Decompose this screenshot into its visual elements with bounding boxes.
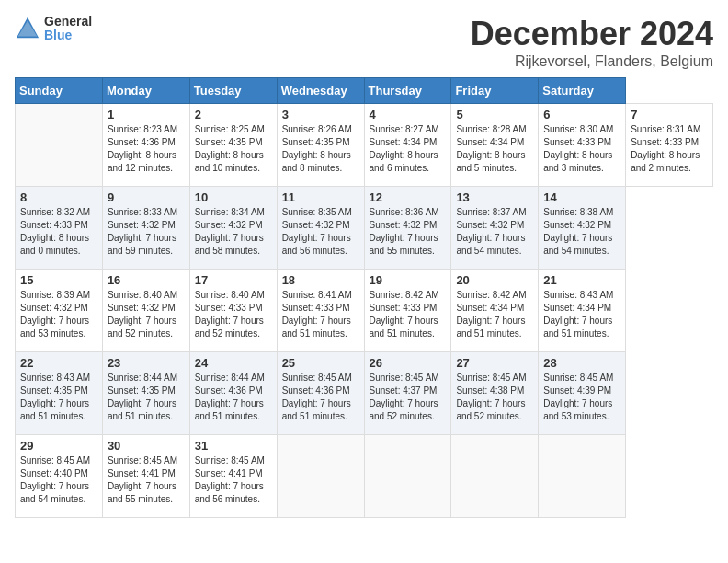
calendar-cell: 12Sunrise: 8:36 AMSunset: 4:32 PMDayligh… (364, 187, 451, 270)
calendar-week-row: 1Sunrise: 8:23 AMSunset: 4:36 PMDaylight… (16, 104, 713, 187)
calendar-week-row: 15Sunrise: 8:39 AMSunset: 4:32 PMDayligh… (16, 270, 713, 352)
day-info: Sunrise: 8:45 AMSunset: 4:39 PMDaylight:… (543, 373, 613, 421)
day-info: Sunrise: 8:44 AMSunset: 4:35 PMDaylight:… (108, 373, 177, 421)
logo-line1: General (44, 15, 92, 29)
calendar-cell: 17Sunrise: 8:40 AMSunset: 4:33 PMDayligh… (189, 270, 277, 352)
day-info: Sunrise: 8:42 AMSunset: 4:34 PMDaylight:… (456, 290, 526, 339)
calendar-cell: 13Sunrise: 8:37 AMSunset: 4:32 PMDayligh… (451, 187, 539, 270)
day-header-sunday: Sunday (16, 78, 103, 104)
calendar-cell: 3Sunrise: 8:26 AMSunset: 4:35 PMDaylight… (277, 104, 364, 187)
day-number: 4 (370, 108, 447, 121)
day-number: 23 (108, 356, 185, 370)
day-info: Sunrise: 8:44 AMSunset: 4:36 PMDaylight:… (195, 373, 265, 421)
calendar-header-row: SundayMondayTuesdayWednesdayThursdayFrid… (16, 78, 713, 104)
calendar-cell: 5Sunrise: 8:28 AMSunset: 4:34 PMDaylight… (451, 104, 539, 187)
day-info: Sunrise: 8:34 AMSunset: 4:32 PMDaylight:… (195, 207, 265, 256)
calendar-cell: 10Sunrise: 8:34 AMSunset: 4:32 PMDayligh… (189, 187, 277, 270)
day-number: 13 (456, 190, 533, 204)
calendar-cell: 22Sunrise: 8:43 AMSunset: 4:35 PMDayligh… (16, 352, 103, 435)
calendar-cell (539, 435, 626, 518)
logo-line2: Blue (44, 29, 92, 42)
day-info: Sunrise: 8:45 AMSunset: 4:37 PMDaylight:… (370, 373, 439, 421)
day-info: Sunrise: 8:39 AMSunset: 4:32 PMDaylight:… (20, 290, 90, 339)
month-title: December 2024 (471, 15, 713, 53)
day-header-saturday: Saturday (539, 78, 626, 104)
day-number: 19 (370, 273, 447, 287)
calendar-week-row: 29Sunrise: 8:45 AMSunset: 4:40 PMDayligh… (16, 435, 713, 518)
svg-marker-1 (18, 21, 38, 37)
day-number: 17 (195, 273, 272, 287)
calendar-cell: 1Sunrise: 8:23 AMSunset: 4:36 PMDaylight… (102, 104, 189, 187)
day-header-monday: Monday (102, 78, 189, 104)
day-info: Sunrise: 8:45 AMSunset: 4:38 PMDaylight:… (456, 373, 526, 421)
day-info: Sunrise: 8:35 AMSunset: 4:32 PMDaylight:… (282, 207, 352, 256)
day-number: 1 (108, 108, 185, 121)
calendar-cell: 24Sunrise: 8:44 AMSunset: 4:36 PMDayligh… (189, 352, 277, 435)
calendar-week-row: 8Sunrise: 8:32 AMSunset: 4:33 PMDaylight… (16, 187, 713, 270)
calendar-table: SundayMondayTuesdayWednesdayThursdayFrid… (15, 77, 713, 518)
day-info: Sunrise: 8:41 AMSunset: 4:33 PMDaylight:… (282, 290, 352, 339)
day-number: 27 (456, 356, 533, 370)
day-info: Sunrise: 8:28 AMSunset: 4:34 PMDaylight:… (456, 124, 526, 173)
day-number: 15 (20, 273, 97, 287)
day-number: 8 (20, 190, 97, 204)
calendar-cell (277, 435, 364, 518)
calendar-cell: 11Sunrise: 8:35 AMSunset: 4:32 PMDayligh… (277, 187, 364, 270)
day-info: Sunrise: 8:36 AMSunset: 4:32 PMDaylight:… (370, 207, 439, 256)
calendar-cell: 23Sunrise: 8:44 AMSunset: 4:35 PMDayligh… (102, 352, 189, 435)
day-number: 20 (456, 273, 533, 287)
day-number: 31 (195, 439, 272, 453)
day-info: Sunrise: 8:40 AMSunset: 4:33 PMDaylight:… (195, 290, 265, 339)
day-number: 2 (195, 108, 272, 121)
calendar-cell: 16Sunrise: 8:40 AMSunset: 4:32 PMDayligh… (102, 270, 189, 352)
calendar-cell: 15Sunrise: 8:39 AMSunset: 4:32 PMDayligh… (16, 270, 103, 352)
calendar-cell: 30Sunrise: 8:45 AMSunset: 4:41 PMDayligh… (102, 435, 189, 518)
day-info: Sunrise: 8:26 AMSunset: 4:35 PMDaylight:… (282, 124, 352, 173)
day-info: Sunrise: 8:37 AMSunset: 4:32 PMDaylight:… (456, 207, 526, 256)
calendar-cell: 20Sunrise: 8:42 AMSunset: 4:34 PMDayligh… (451, 270, 539, 352)
day-header-tuesday: Tuesday (189, 78, 277, 104)
calendar-cell: 7Sunrise: 8:31 AMSunset: 4:33 PMDaylight… (626, 104, 713, 187)
day-info: Sunrise: 8:45 AMSunset: 4:41 PMDaylight:… (195, 455, 265, 504)
day-header-wednesday: Wednesday (277, 78, 364, 104)
day-header-thursday: Thursday (364, 78, 451, 104)
calendar-cell: 9Sunrise: 8:33 AMSunset: 4:32 PMDaylight… (102, 187, 189, 270)
empty-cell (16, 104, 103, 187)
calendar-cell: 31Sunrise: 8:45 AMSunset: 4:41 PMDayligh… (189, 435, 277, 518)
day-number: 18 (282, 273, 359, 287)
day-number: 25 (282, 356, 359, 370)
calendar-cell: 2Sunrise: 8:25 AMSunset: 4:35 PMDaylight… (189, 104, 277, 187)
calendar-cell: 25Sunrise: 8:45 AMSunset: 4:36 PMDayligh… (277, 352, 364, 435)
day-number: 9 (108, 190, 185, 204)
day-number: 14 (543, 190, 620, 204)
calendar-cell: 26Sunrise: 8:45 AMSunset: 4:37 PMDayligh… (364, 352, 451, 435)
day-number: 22 (20, 356, 97, 370)
day-number: 28 (543, 356, 620, 370)
day-info: Sunrise: 8:25 AMSunset: 4:35 PMDaylight:… (195, 124, 265, 173)
calendar-cell: 14Sunrise: 8:38 AMSunset: 4:32 PMDayligh… (539, 187, 626, 270)
day-header-friday: Friday (451, 78, 539, 104)
day-number: 5 (456, 108, 533, 121)
day-number: 16 (108, 273, 185, 287)
day-number: 21 (543, 273, 620, 287)
day-info: Sunrise: 8:33 AMSunset: 4:32 PMDaylight:… (108, 207, 177, 256)
calendar-cell: 21Sunrise: 8:43 AMSunset: 4:34 PMDayligh… (539, 270, 626, 352)
day-number: 24 (195, 356, 272, 370)
calendar-week-row: 22Sunrise: 8:43 AMSunset: 4:35 PMDayligh… (16, 352, 713, 435)
logo-text: General Blue (44, 15, 92, 43)
day-info: Sunrise: 8:23 AMSunset: 4:36 PMDaylight:… (108, 124, 177, 173)
day-number: 3 (282, 108, 359, 121)
calendar-cell: 4Sunrise: 8:27 AMSunset: 4:34 PMDaylight… (364, 104, 451, 187)
day-info: Sunrise: 8:45 AMSunset: 4:36 PMDaylight:… (282, 373, 352, 421)
day-number: 12 (370, 190, 447, 204)
day-number: 30 (108, 439, 185, 453)
calendar-cell: 18Sunrise: 8:41 AMSunset: 4:33 PMDayligh… (277, 270, 364, 352)
day-info: Sunrise: 8:31 AMSunset: 4:33 PMDaylight:… (631, 124, 700, 173)
day-number: 11 (282, 190, 359, 204)
day-info: Sunrise: 8:32 AMSunset: 4:33 PMDaylight:… (20, 207, 90, 256)
day-info: Sunrise: 8:43 AMSunset: 4:34 PMDaylight:… (543, 290, 613, 339)
calendar-cell: 6Sunrise: 8:30 AMSunset: 4:33 PMDaylight… (539, 104, 626, 187)
day-info: Sunrise: 8:45 AMSunset: 4:41 PMDaylight:… (108, 455, 177, 504)
calendar-cell (451, 435, 539, 518)
day-info: Sunrise: 8:27 AMSunset: 4:34 PMDaylight:… (370, 124, 439, 173)
